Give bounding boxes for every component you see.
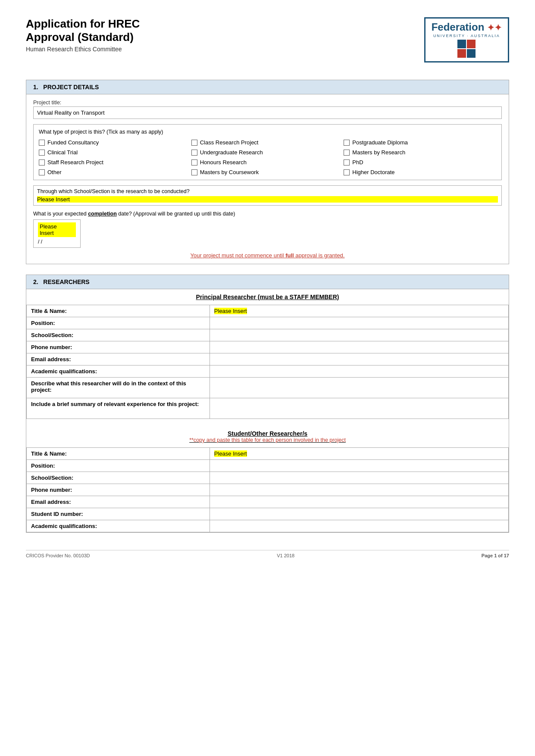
checkboxes-grid: Funded Consultancy Clinical Trial Staff …: [39, 139, 496, 175]
app-title: Application for HREC Approval (Standard): [26, 17, 140, 44]
checkbox-icon[interactable]: [191, 159, 197, 166]
pr-value-describe[interactable]: [210, 378, 508, 398]
st-row-student-id: Student ID number:: [27, 508, 509, 520]
st-row-qualifications: Academic qualifications:: [27, 520, 509, 532]
checkbox-icon[interactable]: [344, 150, 350, 156]
checkbox-phd[interactable]: PhD: [344, 159, 496, 166]
student-sub-title: **copy and paste this table for each per…: [31, 437, 504, 443]
st-value-position[interactable]: [210, 460, 508, 472]
principal-researcher-header: Principal Researcher (must be a STAFF ME…: [27, 289, 509, 305]
project-title-value[interactable]: Virtual Reality on Transport: [33, 106, 502, 119]
checkbox-class-research[interactable]: Class Research Project: [191, 139, 344, 146]
section1-number: 1.: [33, 84, 38, 91]
st-row-email: Email address:: [27, 496, 509, 508]
school-label: Through which School/Section is the rese…: [37, 188, 498, 194]
section1-title: PROJECT DETAILS: [43, 84, 99, 91]
checkbox-icon[interactable]: [39, 159, 45, 166]
completion-label: What is your expected completion date? (…: [33, 211, 502, 217]
pr-value-email[interactable]: [210, 353, 508, 366]
checkbox-honours-research[interactable]: Honours Research: [191, 159, 344, 166]
checkbox-staff-research[interactable]: Staff Research Project: [39, 159, 191, 166]
pr-label-phone: Phone number:: [27, 341, 210, 353]
app-subtitle: Human Research Ethics Committee: [26, 46, 140, 53]
pr-row-qualifications: Academic qualifications:: [27, 366, 509, 378]
section2-number: 2.: [33, 278, 38, 285]
completion-date-placeholder: / /: [38, 239, 76, 245]
st-value-school[interactable]: [210, 472, 508, 484]
pr-row-position: Position:: [27, 317, 509, 329]
st-value-phone[interactable]: [210, 484, 508, 496]
pr-value-position[interactable]: [210, 317, 508, 329]
section1-box: 1. PROJECT DETAILS Project title: Virtua…: [26, 80, 509, 264]
checkbox-masters-coursework[interactable]: Masters by Coursework: [191, 169, 344, 175]
section2-box: 2. RESEARCHERS Principal Researcher (mus…: [26, 275, 509, 533]
completion-date-box[interactable]: Please Insert / /: [33, 219, 81, 248]
checkbox-masters-research[interactable]: Masters by Research: [344, 149, 496, 156]
pr-label-school: School/Section:: [27, 329, 210, 341]
checkbox-icon[interactable]: [39, 140, 45, 146]
logo-univ-text: UNIVERSITY · AUSTRALIA: [433, 34, 500, 38]
pr-row-describe: Describe what this researcher will do in…: [27, 378, 509, 398]
checkbox-clinical-trial[interactable]: Clinical Trial: [39, 149, 191, 156]
pr-value-qualifications[interactable]: [210, 366, 508, 378]
pr-row-school: School/Section:: [27, 329, 509, 341]
pr-label-position: Position:: [27, 317, 210, 329]
project-title-label: Project title:: [33, 100, 502, 106]
checkbox-other[interactable]: Other: [39, 169, 191, 175]
header-title-block: Application for HREC Approval (Standard)…: [26, 17, 140, 53]
section2-header: 2. RESEARCHERS: [26, 275, 509, 289]
checkbox-icon[interactable]: [191, 140, 197, 146]
footer-version: V1 2018: [277, 553, 294, 558]
st-row-phone: Phone number:: [27, 484, 509, 496]
pr-label-qualifications: Academic qualifications:: [27, 366, 210, 378]
completion-please: Please Insert: [38, 222, 76, 237]
student-researcher-table: Student/Other Researcher/s **copy and pa…: [26, 426, 509, 532]
project-type-label: What type of project is this? (Tick as m…: [39, 129, 496, 135]
logo-area: Federation ✦✦ UNIVERSITY · AUSTRALIA: [424, 17, 509, 62]
checkbox-icon[interactable]: [344, 169, 350, 175]
st-label-title-name: Title & Name:: [27, 448, 210, 460]
logo-stars: ✦✦: [487, 23, 502, 32]
checkbox-icon[interactable]: [191, 150, 197, 156]
st-value-title-name[interactable]: Please Insert: [210, 448, 508, 460]
pr-value-title-name[interactable]: Please Insert: [210, 305, 508, 317]
st-label-position: Position:: [27, 460, 210, 472]
pr-value-school[interactable]: [210, 329, 508, 341]
st-label-qualifications: Academic qualifications:: [27, 520, 210, 532]
checkbox-funded-consultancy[interactable]: Funded Consultancy: [39, 139, 191, 146]
st-value-student-id[interactable]: [210, 508, 508, 520]
section2-title: RESEARCHERS: [43, 278, 89, 285]
checkbox-higher-doctorate[interactable]: Higher Doctorate: [344, 169, 496, 175]
page-header: Application for HREC Approval (Standard)…: [26, 17, 509, 62]
checkbox-icon[interactable]: [344, 140, 350, 146]
st-value-qualifications[interactable]: [210, 520, 508, 532]
checkbox-icon[interactable]: [39, 150, 45, 156]
pr-label-email: Email address:: [27, 353, 210, 366]
st-row-position: Position:: [27, 460, 509, 472]
must-not-commence: Your project must not commence until ful…: [33, 252, 502, 259]
checkbox-icon[interactable]: [39, 169, 45, 175]
student-researcher-header: Student/Other Researcher/s **copy and pa…: [27, 426, 509, 448]
checkbox-undergrad-research[interactable]: Undergraduate Research: [191, 149, 344, 156]
st-label-phone: Phone number:: [27, 484, 210, 496]
pr-label-describe: Describe what this researcher will do in…: [27, 378, 210, 398]
pr-row-title-name: Title & Name: Please Insert: [27, 305, 509, 317]
checkbox-icon[interactable]: [344, 159, 350, 166]
checkbox-postgrad-diploma[interactable]: Postgraduate Diploma: [344, 139, 496, 146]
pr-label-experience: Include a brief summary of relevant expe…: [27, 398, 210, 419]
pr-row-phone: Phone number:: [27, 341, 509, 353]
pr-row-experience: Include a brief summary of relevant expe…: [27, 398, 509, 419]
checkbox-icon[interactable]: [191, 169, 197, 175]
pr-value-phone[interactable]: [210, 341, 508, 353]
st-label-student-id: Student ID number:: [27, 508, 210, 520]
footer-provider: CRICOS Provider No. 00103D: [26, 553, 90, 558]
st-label-email: Email address:: [27, 496, 210, 508]
school-value[interactable]: Please Insert: [37, 196, 498, 203]
federation-logo: Federation ✦✦ UNIVERSITY · AUSTRALIA: [424, 17, 509, 62]
st-value-email[interactable]: [210, 496, 508, 508]
st-label-school: School/Section:: [27, 472, 210, 484]
student-main-title: Student/Other Researcher/s: [31, 430, 504, 437]
pr-value-experience[interactable]: [210, 398, 508, 419]
project-type-box: What type of project is this? (Tick as m…: [33, 124, 502, 180]
section1-header: 1. PROJECT DETAILS: [26, 80, 509, 94]
